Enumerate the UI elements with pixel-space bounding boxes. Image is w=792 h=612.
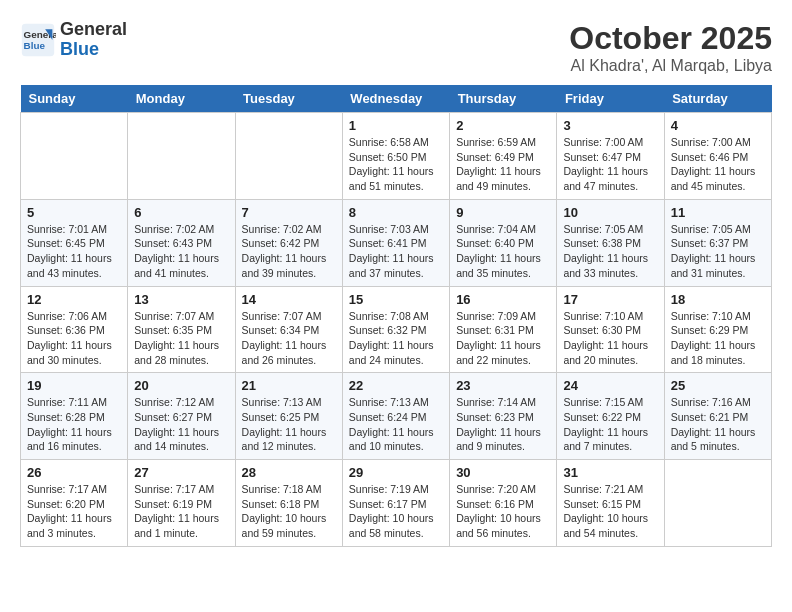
calendar-cell: 13Sunrise: 7:07 AMSunset: 6:35 PMDayligh… bbox=[128, 286, 235, 373]
day-info: Sunrise: 6:58 AMSunset: 6:50 PMDaylight:… bbox=[349, 135, 443, 194]
day-info: Sunrise: 7:09 AMSunset: 6:31 PMDaylight:… bbox=[456, 309, 550, 368]
calendar-cell: 21Sunrise: 7:13 AMSunset: 6:25 PMDayligh… bbox=[235, 373, 342, 460]
calendar-cell: 5Sunrise: 7:01 AMSunset: 6:45 PMDaylight… bbox=[21, 199, 128, 286]
day-number: 17 bbox=[563, 292, 657, 307]
calendar-cell: 26Sunrise: 7:17 AMSunset: 6:20 PMDayligh… bbox=[21, 460, 128, 547]
day-number: 7 bbox=[242, 205, 336, 220]
day-info: Sunrise: 7:10 AMSunset: 6:30 PMDaylight:… bbox=[563, 309, 657, 368]
calendar-cell: 27Sunrise: 7:17 AMSunset: 6:19 PMDayligh… bbox=[128, 460, 235, 547]
day-info: Sunrise: 7:13 AMSunset: 6:25 PMDaylight:… bbox=[242, 395, 336, 454]
calendar-cell: 15Sunrise: 7:08 AMSunset: 6:32 PMDayligh… bbox=[342, 286, 449, 373]
day-number: 27 bbox=[134, 465, 228, 480]
calendar-cell: 22Sunrise: 7:13 AMSunset: 6:24 PMDayligh… bbox=[342, 373, 449, 460]
calendar-cell: 7Sunrise: 7:02 AMSunset: 6:42 PMDaylight… bbox=[235, 199, 342, 286]
day-info: Sunrise: 7:11 AMSunset: 6:28 PMDaylight:… bbox=[27, 395, 121, 454]
calendar-cell: 20Sunrise: 7:12 AMSunset: 6:27 PMDayligh… bbox=[128, 373, 235, 460]
calendar-cell: 2Sunrise: 6:59 AMSunset: 6:49 PMDaylight… bbox=[450, 113, 557, 200]
day-info: Sunrise: 7:08 AMSunset: 6:32 PMDaylight:… bbox=[349, 309, 443, 368]
day-info: Sunrise: 7:16 AMSunset: 6:21 PMDaylight:… bbox=[671, 395, 765, 454]
calendar-cell: 23Sunrise: 7:14 AMSunset: 6:23 PMDayligh… bbox=[450, 373, 557, 460]
month-title: October 2025 bbox=[569, 20, 772, 57]
calendar-cell: 11Sunrise: 7:05 AMSunset: 6:37 PMDayligh… bbox=[664, 199, 771, 286]
calendar-cell bbox=[128, 113, 235, 200]
day-info: Sunrise: 7:00 AMSunset: 6:47 PMDaylight:… bbox=[563, 135, 657, 194]
weekday-header-monday: Monday bbox=[128, 85, 235, 113]
day-info: Sunrise: 7:18 AMSunset: 6:18 PMDaylight:… bbox=[242, 482, 336, 541]
day-number: 11 bbox=[671, 205, 765, 220]
calendar-cell bbox=[664, 460, 771, 547]
day-number: 1 bbox=[349, 118, 443, 133]
weekday-header-sunday: Sunday bbox=[21, 85, 128, 113]
day-number: 20 bbox=[134, 378, 228, 393]
calendar-cell bbox=[21, 113, 128, 200]
weekday-header-saturday: Saturday bbox=[664, 85, 771, 113]
day-info: Sunrise: 6:59 AMSunset: 6:49 PMDaylight:… bbox=[456, 135, 550, 194]
day-number: 2 bbox=[456, 118, 550, 133]
logo-text: General Blue bbox=[60, 20, 127, 60]
location: Al Khadra', Al Marqab, Libya bbox=[569, 57, 772, 75]
day-number: 21 bbox=[242, 378, 336, 393]
day-info: Sunrise: 7:01 AMSunset: 6:45 PMDaylight:… bbox=[27, 222, 121, 281]
day-info: Sunrise: 7:07 AMSunset: 6:35 PMDaylight:… bbox=[134, 309, 228, 368]
day-info: Sunrise: 7:02 AMSunset: 6:42 PMDaylight:… bbox=[242, 222, 336, 281]
day-info: Sunrise: 7:13 AMSunset: 6:24 PMDaylight:… bbox=[349, 395, 443, 454]
calendar-cell: 18Sunrise: 7:10 AMSunset: 6:29 PMDayligh… bbox=[664, 286, 771, 373]
calendar-cell: 8Sunrise: 7:03 AMSunset: 6:41 PMDaylight… bbox=[342, 199, 449, 286]
day-number: 3 bbox=[563, 118, 657, 133]
day-number: 28 bbox=[242, 465, 336, 480]
day-number: 5 bbox=[27, 205, 121, 220]
weekday-header-friday: Friday bbox=[557, 85, 664, 113]
day-info: Sunrise: 7:00 AMSunset: 6:46 PMDaylight:… bbox=[671, 135, 765, 194]
day-number: 26 bbox=[27, 465, 121, 480]
day-number: 16 bbox=[456, 292, 550, 307]
weekday-header-wednesday: Wednesday bbox=[342, 85, 449, 113]
day-info: Sunrise: 7:04 AMSunset: 6:40 PMDaylight:… bbox=[456, 222, 550, 281]
day-info: Sunrise: 7:06 AMSunset: 6:36 PMDaylight:… bbox=[27, 309, 121, 368]
svg-text:Blue: Blue bbox=[24, 40, 46, 51]
day-number: 6 bbox=[134, 205, 228, 220]
day-number: 29 bbox=[349, 465, 443, 480]
weekday-header-tuesday: Tuesday bbox=[235, 85, 342, 113]
day-info: Sunrise: 7:03 AMSunset: 6:41 PMDaylight:… bbox=[349, 222, 443, 281]
day-info: Sunrise: 7:07 AMSunset: 6:34 PMDaylight:… bbox=[242, 309, 336, 368]
day-info: Sunrise: 7:14 AMSunset: 6:23 PMDaylight:… bbox=[456, 395, 550, 454]
week-row-5: 26Sunrise: 7:17 AMSunset: 6:20 PMDayligh… bbox=[21, 460, 772, 547]
calendar-cell bbox=[235, 113, 342, 200]
day-number: 25 bbox=[671, 378, 765, 393]
week-row-4: 19Sunrise: 7:11 AMSunset: 6:28 PMDayligh… bbox=[21, 373, 772, 460]
calendar-cell: 30Sunrise: 7:20 AMSunset: 6:16 PMDayligh… bbox=[450, 460, 557, 547]
day-info: Sunrise: 7:21 AMSunset: 6:15 PMDaylight:… bbox=[563, 482, 657, 541]
logo: General Blue General Blue bbox=[20, 20, 127, 60]
calendar-cell: 24Sunrise: 7:15 AMSunset: 6:22 PMDayligh… bbox=[557, 373, 664, 460]
day-number: 12 bbox=[27, 292, 121, 307]
calendar-cell: 17Sunrise: 7:10 AMSunset: 6:30 PMDayligh… bbox=[557, 286, 664, 373]
day-info: Sunrise: 7:12 AMSunset: 6:27 PMDaylight:… bbox=[134, 395, 228, 454]
weekday-header-row: SundayMondayTuesdayWednesdayThursdayFrid… bbox=[21, 85, 772, 113]
day-number: 23 bbox=[456, 378, 550, 393]
calendar-cell: 28Sunrise: 7:18 AMSunset: 6:18 PMDayligh… bbox=[235, 460, 342, 547]
calendar-cell: 19Sunrise: 7:11 AMSunset: 6:28 PMDayligh… bbox=[21, 373, 128, 460]
day-number: 18 bbox=[671, 292, 765, 307]
calendar-cell: 31Sunrise: 7:21 AMSunset: 6:15 PMDayligh… bbox=[557, 460, 664, 547]
calendar-table: SundayMondayTuesdayWednesdayThursdayFrid… bbox=[20, 85, 772, 547]
day-number: 19 bbox=[27, 378, 121, 393]
calendar-cell: 10Sunrise: 7:05 AMSunset: 6:38 PMDayligh… bbox=[557, 199, 664, 286]
day-info: Sunrise: 7:17 AMSunset: 6:20 PMDaylight:… bbox=[27, 482, 121, 541]
calendar-cell: 29Sunrise: 7:19 AMSunset: 6:17 PMDayligh… bbox=[342, 460, 449, 547]
weekday-header-thursday: Thursday bbox=[450, 85, 557, 113]
day-info: Sunrise: 7:02 AMSunset: 6:43 PMDaylight:… bbox=[134, 222, 228, 281]
day-number: 15 bbox=[349, 292, 443, 307]
day-number: 8 bbox=[349, 205, 443, 220]
day-number: 31 bbox=[563, 465, 657, 480]
day-number: 10 bbox=[563, 205, 657, 220]
day-info: Sunrise: 7:17 AMSunset: 6:19 PMDaylight:… bbox=[134, 482, 228, 541]
calendar-cell: 3Sunrise: 7:00 AMSunset: 6:47 PMDaylight… bbox=[557, 113, 664, 200]
calendar-cell: 6Sunrise: 7:02 AMSunset: 6:43 PMDaylight… bbox=[128, 199, 235, 286]
logo-icon: General Blue bbox=[20, 22, 56, 58]
day-number: 9 bbox=[456, 205, 550, 220]
day-info: Sunrise: 7:05 AMSunset: 6:37 PMDaylight:… bbox=[671, 222, 765, 281]
page-header: General Blue General Blue October 2025 A… bbox=[20, 20, 772, 75]
day-info: Sunrise: 7:19 AMSunset: 6:17 PMDaylight:… bbox=[349, 482, 443, 541]
day-number: 24 bbox=[563, 378, 657, 393]
day-number: 30 bbox=[456, 465, 550, 480]
